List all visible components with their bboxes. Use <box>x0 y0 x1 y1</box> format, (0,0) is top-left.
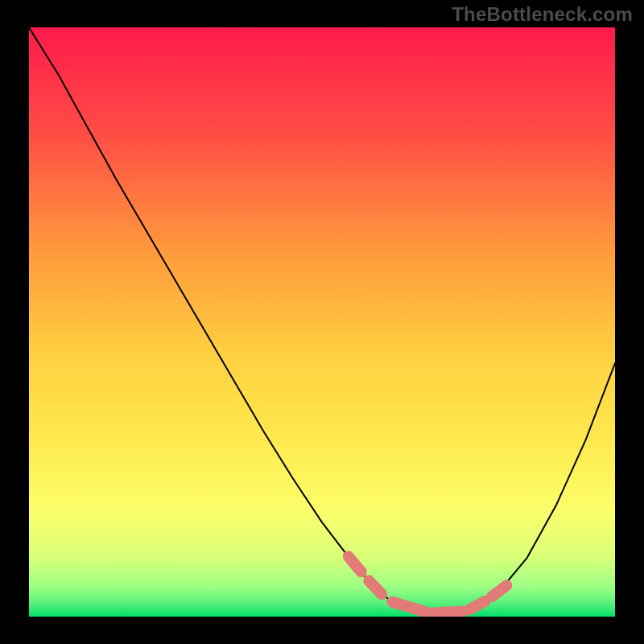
chart-svg <box>29 27 615 617</box>
highlight-segment <box>433 611 462 613</box>
chart-plot-area <box>29 27 615 617</box>
watermark-text: TheBottleneck.com <box>452 3 633 26</box>
gradient-background <box>29 27 615 617</box>
chart-frame: TheBottleneck.com <box>0 0 644 644</box>
highlight-segment <box>469 601 485 609</box>
